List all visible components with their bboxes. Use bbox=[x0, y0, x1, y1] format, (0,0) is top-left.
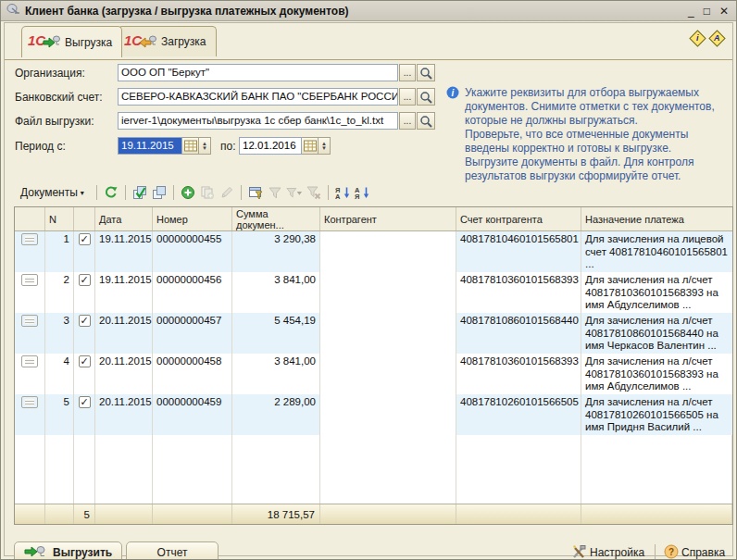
table-header-row: N Дата Номер Сумма докумен... Контрагент… bbox=[15, 207, 732, 231]
about-icon[interactable]: A bbox=[708, 30, 725, 46]
column-header-date[interactable]: Дата bbox=[95, 207, 153, 230]
hint-panel: i Укажите реквизиты для отбора выгружаем… bbox=[446, 86, 730, 183]
tools-icon bbox=[571, 544, 587, 560]
period-to-label: по: bbox=[220, 140, 236, 153]
row-checkbox[interactable]: ✓ bbox=[79, 355, 91, 367]
tab-label: Загрузка bbox=[161, 35, 206, 48]
bank-account-ellipsis-button[interactable]: ... bbox=[399, 88, 416, 106]
row-checkbox[interactable]: ✓ bbox=[79, 315, 91, 327]
period-to-stepper[interactable]: ▲▼ bbox=[319, 137, 331, 155]
export-1c-icon: 1С bbox=[28, 31, 61, 54]
organization-search-button[interactable] bbox=[417, 64, 435, 81]
info-icon: i bbox=[446, 86, 459, 183]
copy-icon[interactable] bbox=[199, 184, 216, 201]
bank-account-label: Банковский счет: bbox=[15, 91, 103, 104]
filter-by-value-icon[interactable] bbox=[267, 184, 283, 201]
documents-table: N Дата Номер Сумма докумен... Контрагент… bbox=[14, 206, 733, 525]
column-header-number[interactable]: Номер bbox=[153, 207, 232, 230]
bank-account-search-button[interactable] bbox=[417, 88, 435, 106]
column-header-n[interactable]: N bbox=[45, 207, 74, 230]
window-title: Клиент банка (загрузка / выгрузка платеж… bbox=[25, 5, 683, 18]
table-totals-row: 5 18 715,57 bbox=[15, 504, 732, 524]
period-to-field[interactable]: 12.01.2016 bbox=[239, 137, 302, 155]
table-row[interactable]: 1 ✓ 19.11.2015 00000000455 3 290,38 4081… bbox=[15, 231, 732, 272]
filter-menu-icon[interactable] bbox=[286, 184, 303, 201]
list-settings-icon[interactable] bbox=[247, 184, 264, 201]
description-icon[interactable]: i bbox=[689, 30, 706, 46]
organization-label: Организация: bbox=[15, 67, 85, 80]
svg-text:А: А bbox=[335, 193, 341, 200]
table-row[interactable]: 4 ✓ 20.11.2015 00000000458 3 841,00 4081… bbox=[15, 354, 732, 394]
chevron-down-icon: ▾ bbox=[81, 189, 84, 197]
export-file-search-button[interactable] bbox=[417, 112, 435, 130]
close-button[interactable]: ✕ bbox=[719, 5, 729, 18]
table-row[interactable]: 5 ✓ 20.11.2015 00000000459 2 289,00 4081… bbox=[15, 394, 732, 435]
tab-strip: 1С Выгрузка 1С Загрузка i A bbox=[5, 26, 732, 56]
hint-line: Проверьте, что все отмеченные документы … bbox=[465, 128, 730, 156]
table-row[interactable]: 3 ✓ 20.11.2015 00000000457 5 454,19 4081… bbox=[15, 313, 732, 354]
checked-count: 5 bbox=[74, 504, 95, 524]
import-1c-icon: 1С bbox=[124, 31, 157, 54]
column-header-account[interactable]: Счет контрагента bbox=[456, 207, 581, 230]
bank-account-field[interactable]: СЕВЕРО-КАВКАЗСКИЙ БАНК ПАО "СБЕРБАНК РОС… bbox=[118, 88, 398, 106]
period-from-field[interactable]: 19.11.2015 bbox=[118, 137, 182, 155]
tab-label: Выгрузка bbox=[65, 36, 112, 49]
record-icon bbox=[21, 315, 38, 327]
help-icon: ? bbox=[664, 544, 679, 560]
column-header-sum[interactable]: Сумма докумен... bbox=[232, 207, 320, 230]
settings-button[interactable]: Настройка bbox=[571, 542, 644, 560]
sort-descending-icon[interactable]: АЯ bbox=[354, 184, 370, 201]
table-row[interactable]: 2 ✓ 19.11.2015 00000000456 3 841,00 4081… bbox=[15, 272, 732, 313]
search-icon bbox=[419, 67, 432, 80]
row-checkbox[interactable]: ✓ bbox=[79, 274, 91, 286]
period-label: Период с: bbox=[15, 140, 66, 153]
record-icon bbox=[21, 355, 38, 367]
refresh-icon[interactable] bbox=[103, 184, 119, 201]
row-checkbox[interactable]: ✓ bbox=[79, 396, 91, 408]
title-bar: Клиент банка (загрузка / выгрузка платеж… bbox=[1, 1, 736, 21]
record-icon bbox=[21, 233, 38, 245]
table-empty-area bbox=[15, 435, 732, 504]
period-from-stepper[interactable]: ▲▼ bbox=[199, 137, 211, 155]
tab-zagruzka[interactable]: 1С Загрузка bbox=[118, 26, 217, 56]
uncheck-all-icon[interactable] bbox=[151, 184, 168, 201]
period-from-calendar-button[interactable] bbox=[182, 137, 199, 155]
svg-text:1С: 1С bbox=[124, 32, 143, 48]
export-file-label: Файл выгрузки: bbox=[15, 115, 94, 128]
minimize-button[interactable]: _ bbox=[688, 5, 694, 18]
edit-icon[interactable] bbox=[219, 184, 235, 201]
tab-vygruzka[interactable]: 1С Выгрузка bbox=[21, 26, 122, 57]
satellite-dish-icon bbox=[6, 3, 20, 19]
svg-text:Я: Я bbox=[355, 193, 359, 200]
column-header-purpose[interactable]: Назначение платежа bbox=[581, 207, 732, 230]
sort-ascending-icon[interactable]: ЯА bbox=[334, 184, 351, 201]
period-to-calendar-button[interactable] bbox=[302, 137, 319, 155]
clear-filter-icon[interactable] bbox=[306, 184, 322, 201]
organization-field[interactable]: ООО ОП "Беркут" bbox=[118, 64, 398, 81]
calendar-icon bbox=[184, 140, 197, 152]
window-content: 1С Выгрузка 1С Загрузка i A Организация:… bbox=[4, 22, 733, 556]
sum-total: 18 715,57 bbox=[232, 504, 320, 524]
record-icon bbox=[21, 274, 38, 286]
add-icon[interactable] bbox=[180, 184, 196, 201]
documents-toolbar: Документы ▾ bbox=[14, 181, 370, 204]
export-file-field[interactable]: ierver-1\документы\выгрузка 1с сбер банк… bbox=[118, 112, 398, 130]
export-icon bbox=[24, 544, 48, 560]
organization-ellipsis-button[interactable]: ... bbox=[399, 64, 416, 81]
svg-text:i: i bbox=[451, 88, 454, 98]
record-icon bbox=[21, 396, 38, 408]
row-checkbox[interactable]: ✓ bbox=[79, 233, 91, 245]
calendar-icon bbox=[304, 140, 317, 152]
search-icon bbox=[419, 115, 432, 128]
bank-client-window: Клиент банка (загрузка / выгрузка платеж… bbox=[0, 0, 737, 560]
check-all-icon[interactable] bbox=[131, 184, 148, 201]
documents-menu-button[interactable]: Документы ▾ bbox=[14, 183, 91, 202]
maximize-button[interactable]: □ bbox=[704, 5, 710, 18]
help-button[interactable]: ? Справка bbox=[664, 542, 725, 560]
column-header-counterparty[interactable]: Контрагент bbox=[320, 207, 456, 230]
svg-text:?: ? bbox=[668, 546, 674, 556]
search-icon bbox=[419, 91, 432, 104]
export-button[interactable]: Выгрузить bbox=[14, 541, 122, 560]
export-file-ellipsis-button[interactable]: ... bbox=[399, 112, 416, 130]
report-button[interactable]: Отчет bbox=[126, 541, 219, 560]
